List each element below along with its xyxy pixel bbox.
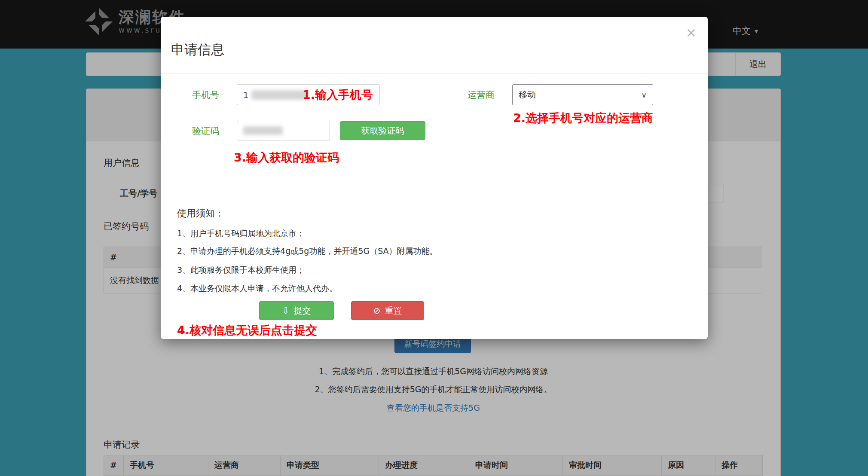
notice-item: 4、本业务仅限本人申请，不允许他人代办。 [177,283,337,294]
ban-circle-icon: ⊘ [373,305,381,316]
annotation-step1: 1.输入手机号 [303,87,373,103]
submit-button[interactable]: ⇩ 提交 [259,301,334,320]
phone-redacted-digits [251,90,306,100]
download-icon: ⇩ [282,305,290,316]
close-icon[interactable]: × [686,26,697,39]
notice-title: 使用须知： [177,207,224,220]
reset-button[interactable]: ⊘ 重置 [351,301,424,320]
annotation-step3: 3.输入获取的验证码 [234,150,339,165]
verification-code-label: 验证码 [161,125,219,137]
modal-title: 申请信息 [171,41,224,59]
modal-header-divider [161,73,708,73]
annotation-step2: 2.选择手机号对应的运营商 [513,110,653,126]
carrier-label: 运营商 [436,89,495,101]
code-redacted-placeholder [243,126,283,135]
chevron-down-icon: ∨ [642,91,647,99]
get-code-button[interactable]: 获取验证码 [340,121,425,140]
reset-button-label: 重置 [385,305,402,317]
carrier-select[interactable]: 移动 ∨ [512,84,653,105]
phone-input-value: 1 [243,90,249,100]
notice-item: 2、申请办理的手机必须支持4g或5g功能，并开通5G（SA）附属功能。 [177,246,438,257]
application-page: { "colors": { "accent_green": "#5cb85c",… [0,0,868,476]
phone-label: 手机号 [161,89,219,101]
submit-button-label: 提交 [293,305,311,317]
annotation-step4: 4.核对信息无误后点击提交 [177,323,317,338]
carrier-selected-value: 移动 [519,89,536,101]
notice-item: 1、用户手机号码归属地为北京市； [177,228,305,239]
application-modal: 申请信息 × 手机号 1 1.输入手机号 运营商 移动 ∨ 2.选择手机号对应的… [161,17,708,339]
notice-item: 3、此项服务仅限于本校师生使用； [177,265,305,276]
verification-code-input[interactable] [237,121,330,140]
